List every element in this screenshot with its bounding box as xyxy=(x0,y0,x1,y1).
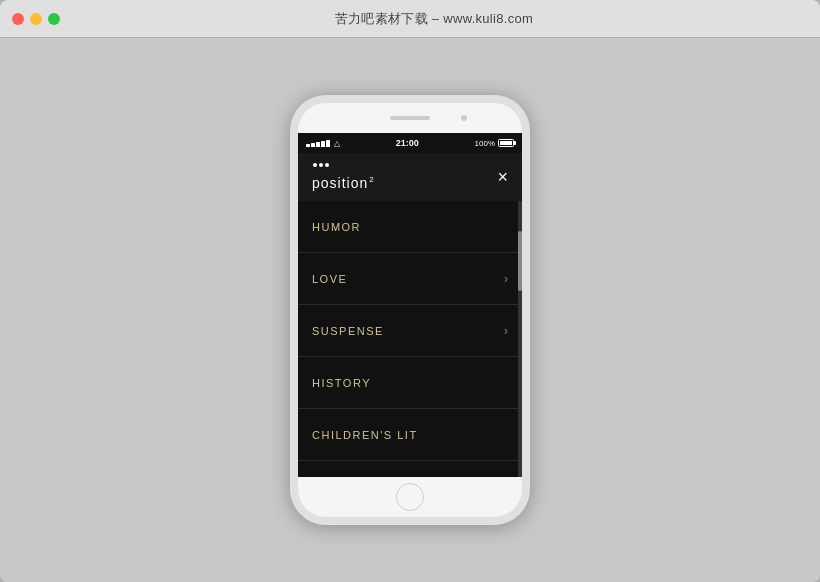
chevron-right-icon: › xyxy=(504,272,508,286)
signal-dot-5 xyxy=(326,140,330,147)
logo-superscript: 2 xyxy=(369,175,373,184)
close-button[interactable]: × xyxy=(497,168,508,186)
speaker xyxy=(390,116,430,120)
signal-icon xyxy=(306,140,330,147)
menu-item-label: LOVE xyxy=(312,273,347,285)
signal-dot-3 xyxy=(316,142,320,147)
logo-dots xyxy=(313,163,374,167)
battery-icon xyxy=(498,139,514,147)
status-time: 21:00 xyxy=(396,138,419,148)
menu-item[interactable]: LOVE› xyxy=(298,253,522,305)
wifi-icon: △ xyxy=(334,139,340,148)
menu-item-label: HISTORY xyxy=(312,377,371,389)
logo-dot-3 xyxy=(325,163,329,167)
signal-dot-1 xyxy=(306,144,310,147)
window: 苦力吧素材下载 – www.kuli8.com △ xyxy=(0,0,820,582)
menu-item[interactable]: HISTORY xyxy=(298,357,522,409)
menu-item[interactable]: SUSPENSE› xyxy=(298,305,522,357)
menu-list[interactable]: HUMORLOVE›SUSPENSE›HISTORYCHILDREN'S LIT… xyxy=(298,201,522,477)
signal-dot-4 xyxy=(321,141,325,147)
minimize-traffic-light[interactable] xyxy=(30,13,42,25)
menu-item-label: HUMOR xyxy=(312,221,361,233)
menu-item-label: SUSPENSE xyxy=(312,325,384,337)
menu-list-container: HUMORLOVE›SUSPENSE›HISTORYCHILDREN'S LIT… xyxy=(298,201,522,477)
logo-dot-1 xyxy=(313,163,317,167)
iphone-bottom xyxy=(298,477,522,517)
scrollbar-track[interactable] xyxy=(518,201,522,477)
chevron-right-icon: › xyxy=(504,324,508,338)
titlebar: 苦力吧素材下载 – www.kuli8.com xyxy=(0,0,820,38)
status-right: 100% xyxy=(475,139,514,148)
close-traffic-light[interactable] xyxy=(12,13,24,25)
scrollbar-thumb[interactable] xyxy=(518,231,522,291)
logo-text: position xyxy=(312,175,368,191)
menu-item[interactable]: HUMOR xyxy=(298,201,522,253)
app-logo: position2 xyxy=(312,163,374,191)
home-button[interactable] xyxy=(396,483,424,511)
battery-pct: 100% xyxy=(475,139,495,148)
iphone-top xyxy=(298,103,522,133)
maximize-traffic-light[interactable] xyxy=(48,13,60,25)
iphone-mockup: △ 21:00 100% xyxy=(290,95,530,525)
menu-item[interactable]: AMERICAN LIT xyxy=(298,461,522,477)
status-bar: △ 21:00 100% xyxy=(298,133,522,153)
window-body: △ 21:00 100% xyxy=(0,38,820,582)
status-left: △ xyxy=(306,139,340,148)
battery-fill xyxy=(500,141,512,145)
logo-dot-2 xyxy=(319,163,323,167)
menu-item-label: CHILDREN'S LIT xyxy=(312,429,418,441)
app-header: position2 × xyxy=(298,153,522,201)
menu-item[interactable]: CHILDREN'S LIT xyxy=(298,409,522,461)
traffic-lights xyxy=(12,13,60,25)
window-title: 苦力吧素材下载 – www.kuli8.com xyxy=(60,10,808,28)
signal-dot-2 xyxy=(311,143,315,147)
camera xyxy=(461,115,467,121)
